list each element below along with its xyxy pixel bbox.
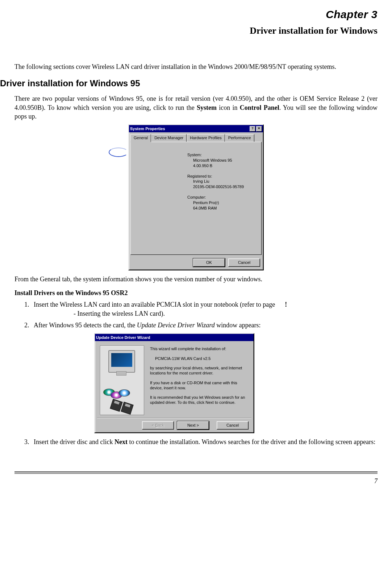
page-subtitle: Driver installation for Windows [14,24,378,37]
back-button: < Back [142,421,174,430]
page-footer: 7 [14,472,378,485]
footer-rule [14,472,378,474]
titlebar: System Properties ? ✕ [129,125,263,132]
dialog-body: This wizard will complete the installati… [95,341,254,418]
cancel-button[interactable]: Cancel [228,258,260,267]
button-row: < Back Next > Cancel [97,418,251,432]
figure-update-wizard: Update Device Driver Wizard This wizard … [14,333,378,433]
label-system: System: [187,152,255,158]
label-computer: Computer: [187,195,255,200]
label-registered: Registered to: [187,174,255,179]
text: Insert the driver disc and click [34,438,114,446]
wizard-line-1: This wizard will complete the installati… [150,346,247,351]
wizard-device-name: PCMCIA-11M WLAN Card v2.5 [150,356,247,361]
next-button[interactable]: Next > [177,421,209,430]
section-heading: Driver installation for Windows 95 [0,78,378,89]
tab-performance[interactable]: Performance [225,134,254,142]
cancel-button[interactable]: Cancel [217,421,249,430]
wizard-line-5: It is recommended that you let Windows s… [150,395,247,405]
tab-hardware-profiles[interactable]: Hardware Profiles [187,134,225,142]
wizard-line-3: by searching your local drives, network,… [150,365,247,376]
value-registered-2: 20195-OEM-0002516-95789 [193,184,255,190]
monitor-icon [108,350,135,373]
value-system-1: Microsoft Windows 95 [193,158,255,163]
italic-wizard-name: Update Device Driver Wizard [137,322,215,329]
step-2: After Windows 95 detects the card, the U… [31,321,378,330]
floppy-icon [121,402,133,415]
bold-next: Next [114,438,128,446]
sub-heading-osr2: Install Drivers on the Windows 95 OSR2 [14,289,378,297]
chapter-title: Chapter 3 [14,7,378,22]
text: icon in [217,104,240,111]
figure-system-properties: System Properties ? ✕ General Device Man… [14,124,378,270]
close-button[interactable]: ✕ [256,126,262,132]
button-row: OK Cancel [129,256,263,270]
text: window appears: [215,322,261,329]
value-registered-1: Irving Liu [193,179,255,184]
paragraph-general-tab: From the General tab, the system informa… [14,275,378,283]
dialog-title: Update Device Driver Wizard [96,335,253,340]
value-system-2: 4.00.950 B [193,163,255,169]
ok-button[interactable]: OK [193,258,225,267]
dialog-system-properties: System Properties ? ✕ General Device Man… [128,124,264,270]
bold-control-panel: Control Panel [240,104,279,111]
cd-icon [118,389,130,397]
wizard-line-4: If you have a disk or CD-ROM that came w… [150,380,247,391]
monitor-stand-icon [116,371,126,376]
value-computer-2: 64.0MB RAM [193,206,255,211]
tab-general[interactable]: General [130,134,151,142]
text: to continue the installation. Windows se… [128,438,375,446]
callout-ellipse [109,148,128,157]
wizard-graphic [100,345,144,415]
text: Insert the Wireless LAN card into an ava… [34,301,277,308]
step-3: Insert the driver disc and click Next to… [31,438,378,446]
value-computer-1: Pentium Pro(r) [193,200,255,206]
text: After Windows 95 detects the card, the [34,322,137,329]
install-steps-cont: Insert the driver disc and click Next to… [14,438,378,446]
titlebar: Update Device Driver Wizard [95,334,254,341]
help-button[interactable]: ? [250,126,255,132]
install-steps: Insert the Wireless LAN card into an ava… [14,300,378,330]
page-number: 7 [14,477,378,485]
tab-bar: General Device Manager Hardware Profiles… [129,132,263,142]
paragraph-versions: There are two popular versions of Window… [14,94,378,121]
intro-paragraph: The following sections cover Wireless LA… [14,62,378,71]
error-marker: ! [285,301,287,308]
floppy-icon [110,399,122,412]
step-1: Insert the Wireless LAN card into an ava… [31,300,378,318]
dialog-update-wizard: Update Device Driver Wizard This wizard … [94,333,254,433]
dialog-title: System Properties [130,126,249,132]
general-panel: System: Microsoft Windows 95 4.00.950 B … [130,142,262,255]
text: - Inserting the wireless LAN card). [74,309,378,318]
tab-device-manager[interactable]: Device Manager [151,134,187,142]
bold-system: System [197,104,217,111]
wizard-text: This wizard will complete the installati… [149,341,254,418]
